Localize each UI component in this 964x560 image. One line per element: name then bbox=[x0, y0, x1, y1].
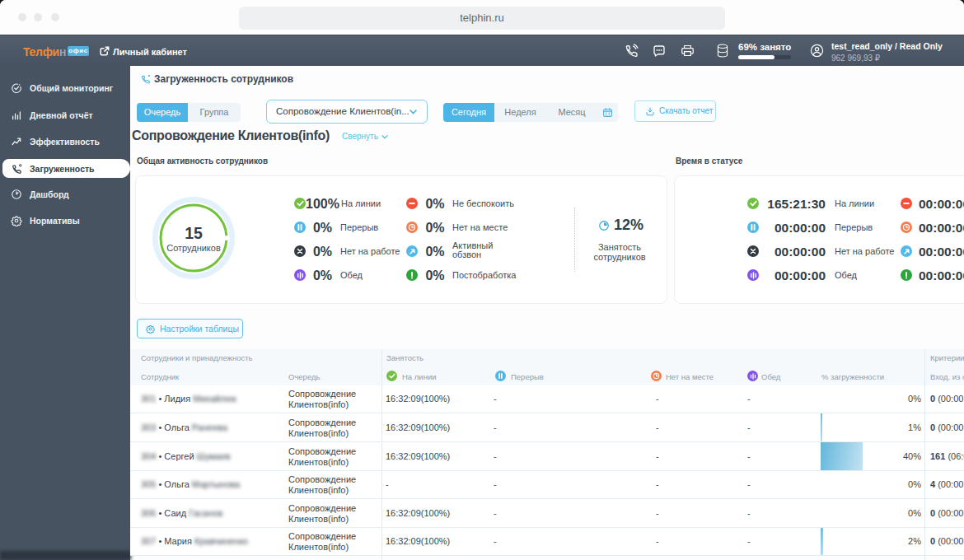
svg-text:Сотрудников: Сотрудников bbox=[166, 243, 221, 253]
svg-text:15: 15 bbox=[185, 224, 203, 242]
